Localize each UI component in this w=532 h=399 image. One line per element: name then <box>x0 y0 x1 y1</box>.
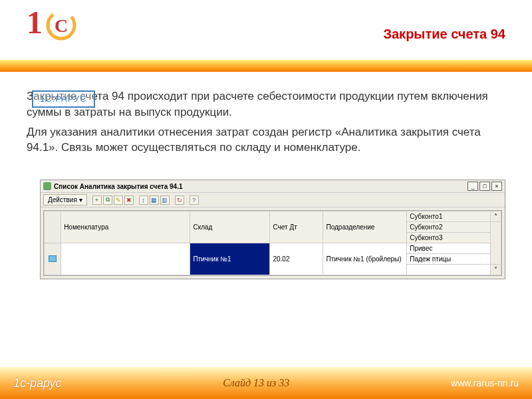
table-header-row: Номенклатура Склад Счет Дт Подразделение… <box>45 211 501 222</box>
col-subkonto2[interactable]: Субконто2 <box>407 222 491 233</box>
col-nomenklatura[interactable]: Номенклатура <box>61 211 190 243</box>
window-icon <box>43 182 51 190</box>
col-podrazdelenie[interactable]: Подразделение <box>323 211 407 243</box>
logo-1-glyph: 1 <box>27 7 43 39</box>
slide-title: Закрытие счета 94 <box>383 27 505 42</box>
header-marker <box>45 211 61 243</box>
scroll-up-icon[interactable]: ˄ <box>490 211 501 222</box>
add-icon[interactable]: ＋ <box>92 196 102 205</box>
actions-label: Действия <box>48 196 77 203</box>
window-title: Список Аналитика закрытия счета 94.1 <box>54 183 467 190</box>
minimize-button[interactable]: _ <box>467 182 478 191</box>
filter-off-icon[interactable]: ▥ <box>160 196 170 205</box>
col-subkonto1[interactable]: Субконто1 <box>407 211 491 222</box>
cell-nomenklatura[interactable] <box>61 243 190 275</box>
cell-sklad[interactable]: Птичник №1 <box>190 243 270 275</box>
slide-counter: Слайд 13 из 33 <box>223 377 289 389</box>
row-marker <box>45 243 61 275</box>
data-table-wrap: Номенклатура Склад Счет Дт Подразделение… <box>43 210 502 276</box>
col-schet-dt[interactable]: Счет Дт <box>270 211 323 243</box>
refresh-icon[interactable]: ↻ <box>175 196 184 205</box>
app-window: Список Аналитика закрытия счета 94.1 _ □… <box>40 180 505 279</box>
col-sklad[interactable]: Склад <box>190 211 270 243</box>
svg-text:С: С <box>55 15 68 36</box>
scroll-down-icon[interactable]: ˅ <box>490 265 501 275</box>
record-marker-icon <box>49 255 57 262</box>
footer-brand: 1с-рарус <box>13 376 61 390</box>
cell-schet-dt[interactable]: 20.02 <box>270 243 323 275</box>
slide-body: 1С:РАРУС Закрытие счета 94 происходит пр… <box>0 72 532 166</box>
paragraph-2: Для указания аналитики отнесения затрат … <box>27 124 505 156</box>
cell-subkonto2[interactable]: Падеж птицы <box>407 254 491 265</box>
actions-dropdown[interactable]: Действия ▾ <box>43 194 87 205</box>
footer: 1с-рарус Слайд 13 из 33 www.rarus-nn.ru <box>0 367 532 399</box>
cell-subkonto1[interactable]: Привес <box>407 243 491 254</box>
sort-icon[interactable]: ↨ <box>139 196 148 205</box>
paragraph-1: Закрытие счета 94 происходит при расчете… <box>27 88 505 120</box>
data-table[interactable]: Номенклатура Склад Счет Дт Подразделение… <box>44 211 501 275</box>
cell-podrazdelenie[interactable]: Птичник №1 (бройлеры) <box>323 243 407 275</box>
maximize-button[interactable]: □ <box>479 182 490 191</box>
logo-c-glyph: С <box>45 9 77 44</box>
cell-subkonto3[interactable] <box>407 265 491 275</box>
logo-1c: 1 С <box>27 7 77 44</box>
table-row[interactable]: Птичник №1 20.02 Птичник №1 (бройлеры) П… <box>45 243 501 254</box>
help-icon[interactable]: ? <box>190 196 199 205</box>
delete-icon[interactable]: ✖ <box>124 196 134 205</box>
edit-icon[interactable]: ✎ <box>114 196 123 205</box>
add-copy-icon[interactable]: ⧉ <box>103 196 112 205</box>
filter-icon[interactable]: ▦ <box>150 196 159 205</box>
watermark-badge: 1С:РАРУС <box>32 90 95 108</box>
toolbar: Действия ▾ ＋ ⧉ ✎ ✖ ↨ ▦ ▥ ↻ ? <box>41 193 505 207</box>
scrollbar-track[interactable] <box>490 222 501 265</box>
footer-url: www.rarus-nn.ru <box>451 378 519 388</box>
body-text: Закрытие счета 94 происходит при расчете… <box>27 88 505 156</box>
slide-header: 1 С Закрытие счета 94 <box>0 0 532 60</box>
header-divider-band <box>0 60 532 72</box>
col-subkonto3[interactable]: Субконто3 <box>407 233 491 243</box>
chevron-down-icon: ▾ <box>79 196 82 203</box>
window-titlebar: Список Аналитика закрытия счета 94.1 _ □… <box>41 180 505 193</box>
window-controls: _ □ × <box>467 182 502 191</box>
close-button[interactable]: × <box>491 182 502 191</box>
